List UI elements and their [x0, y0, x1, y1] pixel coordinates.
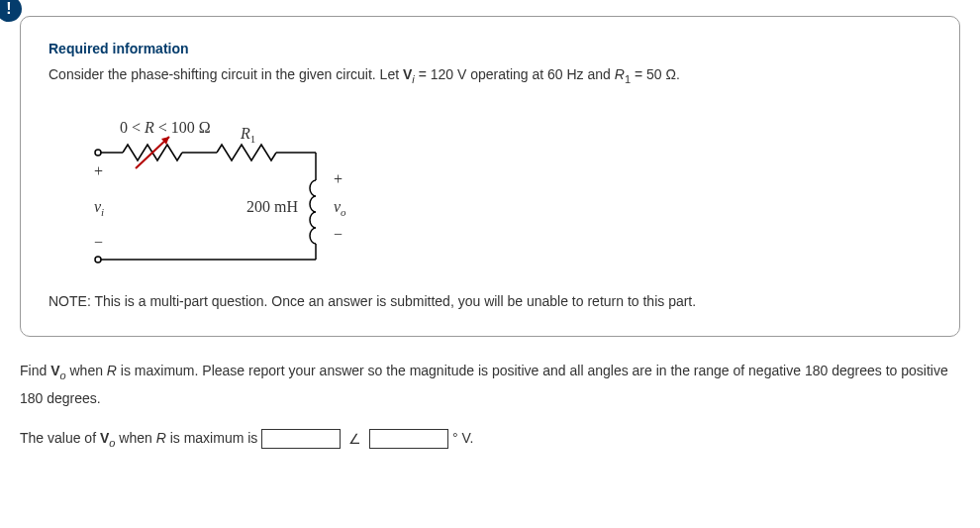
angle-symbol: ∠ — [348, 431, 361, 447]
r-range-post: < 100 Ω — [154, 119, 211, 136]
r1-label: R1 — [241, 125, 255, 145]
req-text-2: = 120 V operating at 60 Hz and — [415, 66, 615, 82]
r1-label-sub: 1 — [250, 133, 256, 145]
inductor-value: 200 mH — [246, 198, 298, 216]
ans-post: is maximum is — [166, 430, 261, 446]
vi-plus: + — [94, 162, 103, 180]
r-range-pre: 0 < — [120, 119, 145, 136]
r-range-label: 0 < R < 100 Ω — [120, 119, 211, 137]
question-text: Find Vo when R is maximum. Please report… — [20, 359, 960, 411]
ans-r: R — [156, 430, 166, 446]
ans-vo-bold: V — [100, 430, 109, 446]
note-text: NOTE: This is a multi-part question. Onc… — [49, 291, 931, 312]
r1-var: R — [615, 66, 625, 82]
req-text-1: Consider the phase-shifting circuit in t… — [49, 66, 403, 82]
vo-minus: − — [334, 226, 343, 244]
answer-line: The value of Vo when R is maximum is ∠ °… — [20, 429, 960, 449]
ans-mid: when — [115, 430, 155, 446]
svg-point-0 — [95, 150, 101, 156]
vi-minus: − — [94, 234, 103, 252]
vi-label: vi — [94, 198, 104, 218]
vi-symbol: V — [403, 66, 412, 82]
unit-label: ° V. — [452, 430, 473, 446]
vo-sub2: o — [341, 206, 346, 218]
r-range-var: R — [145, 119, 154, 136]
alert-icon: ! — [6, 0, 11, 18]
q-mid: when — [66, 363, 107, 378]
ans-pre: The value of — [20, 430, 100, 446]
req-text-3: = 50 Ω. — [631, 66, 680, 82]
required-text: Consider the phase-shifting circuit in t… — [49, 64, 931, 87]
required-info-box: Required information Consider the phase-… — [20, 16, 960, 337]
vi-sub2: i — [101, 206, 104, 218]
vo-label: vo — [334, 198, 346, 218]
q-pre: Find — [20, 363, 50, 378]
svg-point-1 — [95, 257, 101, 263]
q-r: R — [107, 363, 117, 378]
r1-label-var: R — [241, 125, 250, 142]
angle-input[interactable] — [369, 429, 448, 449]
q-post: is maximum. Please report your answer so… — [20, 363, 948, 406]
alert-badge: ! — [0, 0, 22, 22]
required-title: Required information — [49, 41, 931, 56]
vo-plus: + — [334, 170, 343, 188]
circuit-diagram: 0 < R < 100 Ω R1 200 mH + vi − + vo − — [49, 111, 365, 279]
magnitude-input[interactable] — [261, 429, 341, 449]
